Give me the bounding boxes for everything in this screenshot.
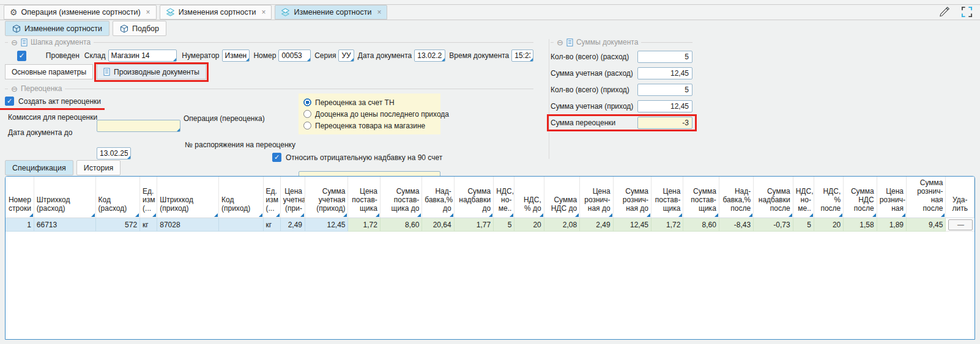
posted-checkbox[interactable]: ✓: [17, 51, 26, 61]
radio-option-label: Дооценка до цены последнего прихода: [315, 110, 449, 119]
collapse-icon[interactable]: ⊖: [11, 85, 18, 93]
series-input[interactable]: [341, 51, 351, 60]
numerator-label: Нумератор: [182, 51, 219, 60]
column-header[interactable]: Сумма надбавки после: [754, 177, 793, 218]
column-header[interactable]: Сумма надбавки до: [454, 177, 493, 218]
table-cell: 12,45: [613, 218, 651, 232]
table-header-row: Номер строкиШтрихкод (расход)Код (расход…: [6, 177, 974, 218]
view-tab[interactable]: Подбор: [113, 21, 166, 36]
numerator-field-wrap: [222, 49, 250, 62]
column-header[interactable]: Цена рознич- ная: [877, 177, 906, 218]
header-subtab[interactable]: Производные документы: [97, 64, 206, 79]
doc-tab[interactable]: Изменение сортности×: [275, 5, 387, 20]
table-cell: 1,58: [844, 218, 877, 232]
radio-option[interactable]: Переоценка за счет ТН: [303, 97, 436, 108]
table-body: 166713572кг87028кг2,4912,451,728,6020,64…: [6, 218, 974, 340]
column-header[interactable]: НДС, но- ме..: [494, 177, 514, 218]
section-title-row: ⊖ Суммы документа: [551, 38, 692, 46]
collapse-icon[interactable]: ⊖: [557, 38, 563, 46]
spec-tab[interactable]: История: [76, 160, 121, 175]
panel-divider: [549, 39, 549, 159]
column-header[interactable]: Сумма рознич- ная после: [906, 177, 945, 218]
column-header[interactable]: Цена постав- щика: [651, 177, 683, 218]
date-to-input[interactable]: [100, 149, 128, 158]
doc-date-input[interactable]: [417, 51, 442, 60]
column-header[interactable]: Номер строки: [6, 177, 34, 218]
table-cell: 1,77: [454, 218, 493, 232]
sums-row-label: Сумма переоценки: [551, 119, 615, 127]
column-header[interactable]: НДС, % до: [514, 177, 544, 218]
column-header[interactable]: Штрихкод (приход): [157, 177, 219, 218]
numerator-input[interactable]: [225, 51, 247, 60]
column-header[interactable]: Код (расход): [95, 177, 140, 218]
header-subtab[interactable]: Основные параметры: [5, 64, 93, 79]
column-header[interactable]: Цена постав- щика: [348, 177, 380, 218]
view-tab[interactable]: Изменение сортности: [5, 21, 110, 36]
sums-row-value[interactable]: 12,45: [637, 100, 692, 112]
column-header[interactable]: Цена учетная (при-: [280, 177, 305, 218]
column-header[interactable]: Ед. изм (...: [263, 177, 280, 218]
sums-row: Сумма учетная (приход)12,45: [551, 100, 692, 112]
section-title: Суммы документа: [576, 38, 639, 46]
section-document-sums: ⊖ Суммы документа Кол-во (всего) (расход…: [551, 38, 692, 129]
view-tab-label: Изменение сортности: [24, 24, 102, 33]
radio-icon[interactable]: [303, 98, 311, 106]
radio-icon[interactable]: [303, 122, 311, 130]
column-header[interactable]: Штрихкод (расход): [34, 177, 95, 218]
delete-row-button[interactable]: —: [948, 219, 973, 230]
column-header[interactable]: НДС, но- ме..: [793, 177, 814, 218]
doc-time-input[interactable]: [514, 51, 530, 60]
column-header[interactable]: Сумма учетная (приход): [305, 177, 348, 218]
edit-pencil-icon[interactable]: [938, 5, 951, 18]
collapse-icon[interactable]: ⊖: [11, 38, 18, 46]
column-header[interactable]: Над- бавка,% до: [422, 177, 454, 218]
sums-row-value[interactable]: 5: [637, 84, 692, 96]
column-header[interactable]: НДС, % после: [814, 177, 843, 218]
table-cell: 87028: [157, 218, 219, 232]
close-icon[interactable]: ×: [146, 8, 150, 16]
table-cell: 572: [95, 218, 140, 232]
doc-date-label: Дата документа: [358, 51, 412, 60]
column-header[interactable]: Ед. изм (...: [140, 177, 157, 218]
number-input[interactable]: [281, 51, 308, 60]
column-header[interactable]: Сумма постав- щика: [683, 177, 719, 218]
table-cell: кг: [140, 218, 157, 232]
radio-option[interactable]: Переоценка товара на магазине: [303, 120, 436, 131]
doc-tab-label: Изменения сортности: [179, 8, 256, 16]
sums-row-value[interactable]: 12,45: [637, 67, 692, 79]
table-empty-area: [6, 232, 974, 340]
number-label: Номер: [253, 51, 276, 60]
negative-markup-checkbox[interactable]: ✓: [272, 153, 281, 162]
column-header[interactable]: Цена рознич- ная до: [580, 177, 613, 218]
create-act-checkbox[interactable]: ✓: [5, 97, 14, 106]
column-header[interactable]: Уда- лить: [946, 177, 974, 218]
series-field-wrap: [338, 49, 354, 62]
section-document-header: ⊖ Шапка документа ✓ Проведен Склад Нумер…: [5, 38, 533, 81]
sums-row-value[interactable]: 5: [637, 51, 692, 63]
document-icon: [103, 68, 110, 76]
radio-icon[interactable]: [303, 110, 311, 118]
column-header[interactable]: Сумма НДС до: [544, 177, 579, 218]
doc-tab[interactable]: Изменения сортности×: [160, 5, 272, 20]
column-header[interactable]: Сумма рознич- ная до: [613, 177, 651, 218]
operation-radio-group: Переоценка за счет ТНДооценка до цены по…: [299, 93, 440, 134]
document-header-fields: ✓ Проведен Склад Нумератор Номер Серия Д…: [5, 49, 533, 62]
doc-tab[interactable]: ⚙Операция (изменение сортности)×: [4, 5, 157, 20]
spec-tab[interactable]: Спецификация: [5, 160, 73, 175]
close-icon[interactable]: ×: [377, 8, 381, 16]
column-header[interactable]: Сумма НДС после: [844, 177, 877, 218]
radio-option[interactable]: Дооценка до цены последнего прихода: [303, 108, 436, 120]
sums-row-value[interactable]: -3: [637, 117, 692, 129]
commission-input[interactable]: [100, 122, 177, 130]
date-to-field-wrap: [97, 147, 131, 159]
column-header[interactable]: Над- бавка,% после: [719, 177, 753, 218]
sums-rows: Кол-во (всего) (расход)5Сумма учетная (р…: [551, 51, 692, 129]
close-icon[interactable]: ×: [261, 8, 265, 16]
maximize-icon[interactable]: [961, 6, 973, 18]
column-header[interactable]: Сумма постав- щика до: [380, 177, 421, 218]
column-header[interactable]: Код (приход): [218, 177, 263, 218]
table-cell: -8,43: [719, 218, 753, 232]
table-row[interactable]: 166713572кг87028кг2,4912,451,728,6020,64…: [6, 218, 974, 232]
warehouse-input[interactable]: [111, 51, 174, 60]
radio-option-label: Переоценка товара на магазине: [315, 122, 425, 130]
